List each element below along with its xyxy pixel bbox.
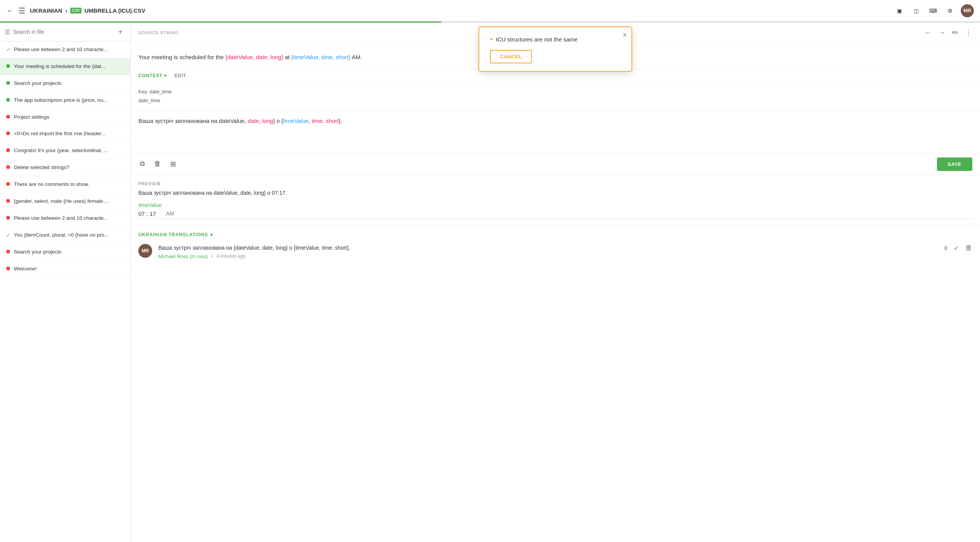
status-dot-icon <box>6 182 10 186</box>
sidebar-search: ☰ + <box>0 23 130 41</box>
source-var-2: {timeValue, time, short} <box>291 54 350 60</box>
cancel-button[interactable]: CANCEL <box>490 50 532 63</box>
translation-area[interactable]: Ваша зустріч запланована на dateValue, d… <box>131 110 980 154</box>
sidebar-item[interactable]: Search your projects <box>0 75 130 92</box>
preview-input-row: AM <box>138 211 972 219</box>
context-key-label: Key: date_time <box>138 87 972 96</box>
main-layout: ☰ + ✓Please use between 2 and 10 charact… <box>0 23 980 542</box>
trans-var-4: time <box>312 118 322 124</box>
sidebar-item[interactable]: {gender, select, male {He uses} female .… <box>0 193 130 210</box>
keyboard-icon[interactable]: ⌨ <box>927 5 939 17</box>
add-string-button[interactable]: + <box>115 27 126 37</box>
sidebar-item[interactable]: Welcome! <box>0 261 130 278</box>
sidebar-item[interactable]: Congrats! It's your {year, selectordinal… <box>0 143 130 159</box>
search-input[interactable] <box>13 29 112 35</box>
sidebar-item[interactable]: Project settings <box>0 109 130 126</box>
sidebar-item[interactable]: The app subscriprion price is {price, nu… <box>0 92 130 109</box>
translation-author: Michael Ross (m.ross) <box>158 254 208 259</box>
delete-translation-button[interactable]: 🗑 <box>965 244 972 252</box>
edit-tab-label: EDIT <box>174 73 186 78</box>
more-options-icon[interactable]: ⋮ <box>965 28 972 37</box>
sidebar-item[interactable]: Please use between 2 and 10 characte... <box>0 210 130 227</box>
copy-button[interactable]: ⧉ <box>138 158 146 170</box>
toolbar-row: ⧉ 🗑 ⊞ SAVE <box>131 154 980 175</box>
toolbar-icons: ⧉ 🗑 ⊞ <box>138 158 178 170</box>
sidebar-item[interactable]: Delete selected strings? <box>0 159 130 176</box>
sidebar-item-text: {gender, select, male {He uses} female .… <box>14 198 109 205</box>
trans-var-2: long <box>262 118 273 124</box>
sidebar-item[interactable]: Search your projects <box>0 244 130 261</box>
translator-avatar: MR <box>138 244 152 258</box>
breadcrumb: UKRAINIAN › CSV UMBRELLA (ICU).CSV <box>30 7 145 14</box>
preview-am-label: AM <box>166 211 174 217</box>
sidebar-item-text: The app subscriprion price is {price, nu… <box>14 97 108 104</box>
csv-icon: CSV <box>70 8 81 13</box>
context-tab[interactable]: CONTEXT ▾ <box>138 73 167 78</box>
nav-next-button[interactable]: → <box>938 28 946 37</box>
sidebar-item-text: Search your projects <box>14 80 61 87</box>
close-icon[interactable]: × <box>623 31 627 39</box>
source-text-middle: at <box>283 54 291 60</box>
settings-icon[interactable]: ⚙ <box>944 5 956 17</box>
layout-icon-1[interactable]: ▣ <box>893 5 905 17</box>
edit-tab[interactable]: EDIT <box>174 73 186 78</box>
layout-icon-2[interactable]: ◫ <box>910 5 922 17</box>
trans-sep-1: , <box>259 118 262 124</box>
sidebar-item-text: <0>Do not import the first row (header..… <box>14 130 106 138</box>
nav-prev-button[interactable]: ← <box>924 28 932 37</box>
sidebar-item-text: Please use between 2 and 10 characte... <box>14 46 108 53</box>
trans-text-before: Ваша зустріч запланована на dateValue, <box>138 118 248 124</box>
avatar[interactable]: MR <box>961 4 974 17</box>
save-button[interactable]: SAVE <box>937 157 972 171</box>
approve-translation-button[interactable]: ✓ <box>953 244 959 252</box>
sidebar-item-text: Your meeting is scheduled for the {dat..… <box>14 63 105 70</box>
translations-label: UKRAINIAN TRANSLATIONS <box>138 232 208 237</box>
translation-content: Ваша зустріч запланована на {dateValue, … <box>158 244 938 259</box>
sidebar-item[interactable]: ✓You {itemCount, plural, =0 {have no pro… <box>0 227 130 244</box>
context-key-value: date_time <box>138 96 972 105</box>
delete-button[interactable]: 🗑 <box>153 158 163 170</box>
topbar: ← ☰ UKRAINIAN › CSV UMBRELLA (ICU).CSV ▣… <box>0 0 980 22</box>
status-dot-icon <box>6 216 10 220</box>
status-dot-icon <box>6 148 10 152</box>
sidebar-item-text: Search your projects <box>14 249 61 256</box>
sidebar-item[interactable]: There are no comments to show. <box>0 176 130 193</box>
content-area: × • ICU structures are not the same CANC… <box>131 23 980 542</box>
split-button[interactable]: ⊞ <box>169 158 178 170</box>
preview-var-label: timeValue <box>138 202 972 208</box>
sidebar-item[interactable]: ✓Please use between 2 and 10 characte... <box>0 41 130 58</box>
translation-meta: Michael Ross (m.ross) ✓ 4 minutes ago <box>158 254 938 259</box>
sidebar-item-text: Please use between 2 and 10 characte... <box>14 215 108 222</box>
source-var-1: {dateValue, date, long} <box>225 54 283 60</box>
error-banner: × • ICU structures are not the same CANC… <box>478 27 632 72</box>
language-label: UKRAINIAN <box>30 7 62 14</box>
error-text: ICU structures are not the same <box>496 36 578 43</box>
sidebar-item[interactable]: Your meeting is scheduled for the {dat..… <box>0 58 130 75</box>
translation-time: 4 minutes ago <box>216 254 245 259</box>
filename-label[interactable]: UMBRELLA (ICU).CSV <box>85 7 146 14</box>
trans-sep-2: , <box>309 118 312 124</box>
back-button[interactable]: ← <box>6 6 14 15</box>
preview-text: Ваша зустріч запланована на dateValue, d… <box>138 190 972 196</box>
source-text-before: Your meeting is scheduled for the <box>138 54 225 60</box>
breadcrumb-separator: › <box>65 7 67 14</box>
translation-text[interactable]: Ваша зустріч запланована на dateValue, d… <box>138 116 972 147</box>
status-dot-icon <box>6 165 10 169</box>
sidebar-item-text: There are no comments to show. <box>14 181 90 188</box>
translations-section: UKRAINIAN TRANSLATIONS ▾ MR Ваша зустріч… <box>131 225 980 265</box>
status-check-icon: ✓ <box>6 232 10 238</box>
translations-header: UKRAINIAN TRANSLATIONS ▾ <box>138 232 972 238</box>
filter-icon[interactable]: ☰ <box>5 28 10 36</box>
sidebar-item[interactable]: <0>Do not import the first row (header..… <box>0 126 130 143</box>
preview-time-input[interactable] <box>138 211 161 217</box>
translation-body-text: Ваша зустріч запланована на {dateValue, … <box>158 244 938 252</box>
trans-var-1: date <box>248 118 259 124</box>
menu-button[interactable]: ☰ <box>18 6 25 15</box>
sidebar-item-text: Delete selected strings? <box>14 164 69 171</box>
translation-actions: 0 ✓ 🗑 <box>944 244 972 252</box>
status-dot-icon <box>6 81 10 85</box>
status-dot-icon <box>6 98 10 102</box>
edit-icon[interactable]: ✏ <box>952 28 958 37</box>
translations-dropdown-icon[interactable]: ▾ <box>210 232 213 238</box>
verified-icon: ✓ <box>210 254 214 259</box>
